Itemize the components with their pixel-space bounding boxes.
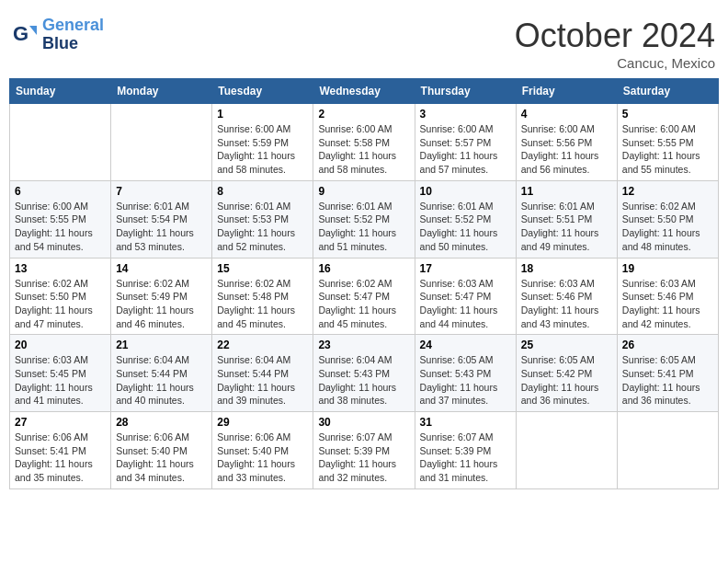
calendar-cell: 20Sunrise: 6:03 AM Sunset: 5:45 PM Dayli… — [10, 335, 111, 412]
calendar-cell: 9Sunrise: 6:01 AM Sunset: 5:52 PM Daylig… — [313, 180, 415, 258]
day-info: Sunrise: 6:01 AM Sunset: 5:51 PM Dayligh… — [521, 200, 612, 254]
day-number: 15 — [217, 262, 308, 275]
calendar-cell — [617, 412, 718, 489]
day-info: Sunrise: 6:01 AM Sunset: 5:52 PM Dayligh… — [318, 200, 409, 254]
day-info: Sunrise: 6:02 AM Sunset: 5:47 PM Dayligh… — [318, 277, 409, 331]
day-number: 24 — [420, 339, 511, 351]
weekday-header-row: SundayMondayTuesdayWednesdayThursdayFrid… — [10, 79, 719, 104]
weekday-header-friday: Friday — [516, 79, 617, 104]
title-area: October 2024 Cancuc, Mexico — [515, 17, 715, 71]
calendar-cell: 19Sunrise: 6:03 AM Sunset: 5:46 PM Dayli… — [617, 258, 718, 335]
day-number: 31 — [420, 416, 511, 429]
day-number: 11 — [521, 185, 612, 198]
day-number: 28 — [116, 416, 207, 429]
day-number: 6 — [15, 185, 106, 198]
calendar-cell: 7Sunrise: 6:01 AM Sunset: 5:54 PM Daylig… — [111, 180, 212, 258]
calendar-cell — [111, 104, 212, 181]
week-row-4: 20Sunrise: 6:03 AM Sunset: 5:45 PM Dayli… — [10, 335, 719, 412]
day-info: Sunrise: 6:05 AM Sunset: 5:41 PM Dayligh… — [622, 353, 713, 408]
day-number: 13 — [15, 262, 106, 275]
day-info: Sunrise: 6:03 AM Sunset: 5:45 PM Dayligh… — [15, 353, 106, 408]
calendar-cell: 28Sunrise: 6:06 AM Sunset: 5:40 PM Dayli… — [111, 412, 212, 489]
day-info: Sunrise: 6:06 AM Sunset: 5:41 PM Dayligh… — [15, 431, 106, 485]
day-info: Sunrise: 6:03 AM Sunset: 5:46 PM Dayligh… — [521, 277, 612, 331]
calendar-cell: 17Sunrise: 6:03 AM Sunset: 5:47 PM Dayli… — [415, 258, 516, 335]
calendar-cell — [10, 104, 111, 181]
day-info: Sunrise: 6:07 AM Sunset: 5:39 PM Dayligh… — [420, 431, 511, 485]
calendar-cell: 26Sunrise: 6:05 AM Sunset: 5:41 PM Dayli… — [617, 335, 718, 412]
day-number: 26 — [622, 339, 713, 351]
day-number: 2 — [318, 108, 409, 121]
svg-text:G: G — [13, 22, 28, 45]
week-row-3: 13Sunrise: 6:02 AM Sunset: 5:50 PM Dayli… — [10, 258, 719, 335]
day-info: Sunrise: 6:00 AM Sunset: 5:57 PM Dayligh… — [420, 122, 511, 177]
day-number: 5 — [622, 108, 713, 121]
day-info: Sunrise: 6:00 AM Sunset: 5:56 PM Dayligh… — [521, 122, 612, 177]
calendar-cell: 11Sunrise: 6:01 AM Sunset: 5:51 PM Dayli… — [516, 180, 617, 258]
day-info: Sunrise: 6:01 AM Sunset: 5:53 PM Dayligh… — [217, 200, 308, 254]
day-info: Sunrise: 6:00 AM Sunset: 5:59 PM Dayligh… — [217, 122, 308, 177]
calendar-cell: 29Sunrise: 6:06 AM Sunset: 5:40 PM Dayli… — [212, 412, 313, 489]
week-row-5: 27Sunrise: 6:06 AM Sunset: 5:41 PM Dayli… — [10, 412, 719, 489]
day-number: 21 — [116, 339, 207, 351]
calendar-cell — [516, 412, 617, 489]
day-number: 9 — [318, 185, 409, 198]
day-info: Sunrise: 6:06 AM Sunset: 5:40 PM Dayligh… — [217, 431, 308, 485]
day-number: 17 — [420, 262, 511, 275]
day-info: Sunrise: 6:02 AM Sunset: 5:50 PM Dayligh… — [15, 277, 106, 331]
weekday-header-saturday: Saturday — [617, 79, 718, 104]
calendar-cell: 16Sunrise: 6:02 AM Sunset: 5:47 PM Dayli… — [313, 258, 415, 335]
weekday-header-tuesday: Tuesday — [212, 79, 313, 104]
day-number: 30 — [318, 416, 409, 429]
day-number: 20 — [15, 339, 106, 351]
day-number: 16 — [318, 262, 409, 275]
day-number: 25 — [521, 339, 612, 351]
calendar-cell: 1Sunrise: 6:00 AM Sunset: 5:59 PM Daylig… — [212, 104, 313, 181]
calendar-cell: 3Sunrise: 6:00 AM Sunset: 5:57 PM Daylig… — [415, 104, 516, 181]
day-number: 14 — [116, 262, 207, 275]
calendar-cell: 10Sunrise: 6:01 AM Sunset: 5:52 PM Dayli… — [415, 180, 516, 258]
logo-icon: G — [13, 22, 39, 48]
calendar-cell: 4Sunrise: 6:00 AM Sunset: 5:56 PM Daylig… — [516, 104, 617, 181]
logo: G GeneralBlue — [13, 17, 104, 53]
day-info: Sunrise: 6:03 AM Sunset: 5:46 PM Dayligh… — [622, 277, 713, 331]
weekday-header-thursday: Thursday — [415, 79, 516, 104]
day-number: 8 — [217, 185, 308, 198]
weekday-header-sunday: Sunday — [10, 79, 111, 104]
calendar-cell: 25Sunrise: 6:05 AM Sunset: 5:42 PM Dayli… — [516, 335, 617, 412]
day-number: 7 — [116, 185, 207, 198]
day-info: Sunrise: 6:02 AM Sunset: 5:48 PM Dayligh… — [217, 277, 308, 331]
calendar-cell: 14Sunrise: 6:02 AM Sunset: 5:49 PM Dayli… — [111, 258, 212, 335]
calendar-cell: 2Sunrise: 6:00 AM Sunset: 5:58 PM Daylig… — [313, 104, 415, 181]
calendar-cell: 13Sunrise: 6:02 AM Sunset: 5:50 PM Dayli… — [10, 258, 111, 335]
day-number: 18 — [521, 262, 612, 275]
calendar-cell: 15Sunrise: 6:02 AM Sunset: 5:48 PM Dayli… — [212, 258, 313, 335]
week-row-1: 1Sunrise: 6:00 AM Sunset: 5:59 PM Daylig… — [10, 104, 719, 181]
day-info: Sunrise: 6:04 AM Sunset: 5:44 PM Dayligh… — [217, 353, 308, 408]
day-info: Sunrise: 6:04 AM Sunset: 5:44 PM Dayligh… — [116, 353, 207, 408]
day-number: 29 — [217, 416, 308, 429]
week-row-2: 6Sunrise: 6:00 AM Sunset: 5:55 PM Daylig… — [10, 180, 719, 258]
day-info: Sunrise: 6:01 AM Sunset: 5:52 PM Dayligh… — [420, 200, 511, 254]
day-info: Sunrise: 6:02 AM Sunset: 5:49 PM Dayligh… — [116, 277, 207, 331]
calendar-cell: 27Sunrise: 6:06 AM Sunset: 5:41 PM Dayli… — [10, 412, 111, 489]
page-header: G GeneralBlue October 2024 Cancuc, Mexic… — [9, 9, 719, 71]
calendar-cell: 5Sunrise: 6:00 AM Sunset: 5:55 PM Daylig… — [617, 104, 718, 181]
day-number: 1 — [217, 108, 308, 121]
weekday-header-monday: Monday — [111, 79, 212, 104]
svg-marker-1 — [29, 26, 37, 35]
day-info: Sunrise: 6:06 AM Sunset: 5:40 PM Dayligh… — [116, 431, 207, 485]
day-info: Sunrise: 6:02 AM Sunset: 5:50 PM Dayligh… — [622, 200, 713, 254]
calendar-cell: 12Sunrise: 6:02 AM Sunset: 5:50 PM Dayli… — [617, 180, 718, 258]
day-info: Sunrise: 6:00 AM Sunset: 5:55 PM Dayligh… — [622, 122, 713, 177]
day-number: 10 — [420, 185, 511, 198]
day-info: Sunrise: 6:04 AM Sunset: 5:43 PM Dayligh… — [318, 353, 409, 408]
day-number: 3 — [420, 108, 511, 121]
calendar-cell: 31Sunrise: 6:07 AM Sunset: 5:39 PM Dayli… — [415, 412, 516, 489]
day-number: 19 — [622, 262, 713, 275]
calendar-cell: 8Sunrise: 6:01 AM Sunset: 5:53 PM Daylig… — [212, 180, 313, 258]
day-number: 23 — [318, 339, 409, 351]
day-info: Sunrise: 6:00 AM Sunset: 5:58 PM Dayligh… — [318, 122, 409, 177]
day-number: 4 — [521, 108, 612, 121]
logo-text: GeneralBlue — [42, 17, 104, 53]
